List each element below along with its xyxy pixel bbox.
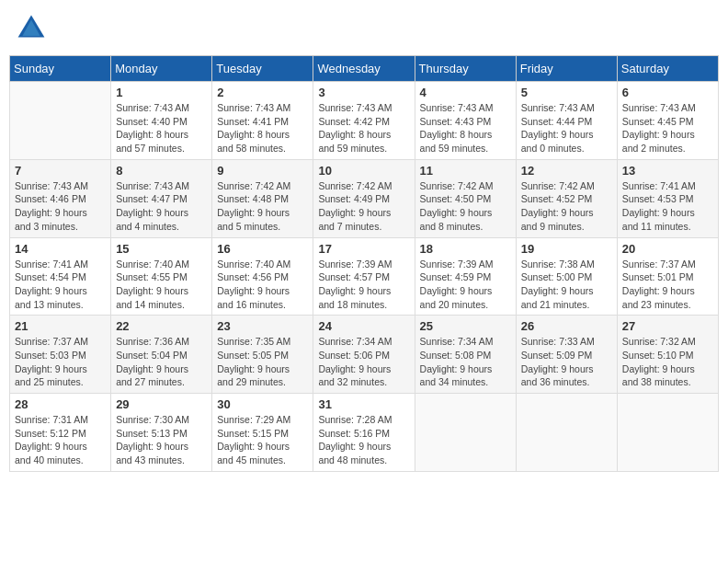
day-number: 15 (116, 242, 207, 256)
day-detail: Sunrise: 7:42 AMSunset: 4:48 PMDaylight:… (217, 179, 308, 234)
day-detail: Sunrise: 7:42 AMSunset: 4:50 PMDaylight:… (420, 179, 511, 234)
calendar-day-cell: 13Sunrise: 7:41 AMSunset: 4:53 PMDayligh… (617, 159, 718, 237)
day-number: 20 (622, 242, 713, 256)
day-number: 27 (622, 319, 713, 333)
day-detail: Sunrise: 7:43 AMSunset: 4:43 PMDaylight:… (420, 101, 511, 155)
day-detail: Sunrise: 7:40 AMSunset: 4:56 PMDaylight:… (217, 258, 308, 312)
logo-icon (17, 14, 46, 43)
day-detail: Sunrise: 7:43 AMSunset: 4:45 PMDaylight:… (622, 101, 713, 155)
day-number: 25 (420, 319, 511, 333)
day-number: 9 (217, 164, 308, 178)
day-detail: Sunrise: 7:32 AMSunset: 5:10 PMDaylight:… (622, 335, 713, 389)
weekday-header-friday: Friday (516, 56, 617, 82)
day-detail: Sunrise: 7:43 AMSunset: 4:42 PMDaylight:… (318, 101, 409, 155)
day-number: 21 (15, 319, 106, 333)
day-detail: Sunrise: 7:39 AMSunset: 4:57 PMDaylight:… (318, 258, 409, 312)
day-number: 24 (318, 319, 409, 333)
day-number: 28 (15, 397, 106, 411)
day-detail: Sunrise: 7:38 AMSunset: 5:00 PMDaylight:… (521, 258, 612, 312)
day-detail: Sunrise: 7:35 AMSunset: 5:05 PMDaylight:… (217, 335, 308, 389)
weekday-header-row: SundayMondayTuesdayWednesdayThursdayFrid… (10, 56, 719, 82)
day-number: 17 (318, 242, 409, 256)
day-number: 3 (318, 86, 409, 99)
day-detail: Sunrise: 7:37 AMSunset: 5:01 PMDaylight:… (622, 258, 713, 312)
day-detail: Sunrise: 7:43 AMSunset: 4:44 PMDaylight:… (521, 101, 612, 155)
day-number: 4 (420, 86, 511, 99)
weekday-header-thursday: Thursday (415, 56, 516, 82)
day-detail: Sunrise: 7:43 AMSunset: 4:46 PMDaylight:… (15, 179, 106, 234)
calendar-day-cell: 14Sunrise: 7:41 AMSunset: 4:54 PMDayligh… (10, 237, 111, 316)
calendar-day-cell: 23Sunrise: 7:35 AMSunset: 5:05 PMDayligh… (212, 316, 313, 394)
day-detail: Sunrise: 7:43 AMSunset: 4:40 PMDaylight:… (116, 101, 207, 155)
day-number: 7 (15, 164, 106, 178)
weekday-header-wednesday: Wednesday (313, 56, 415, 82)
calendar-day-cell: 24Sunrise: 7:34 AMSunset: 5:06 PMDayligh… (313, 316, 415, 394)
day-detail: Sunrise: 7:34 AMSunset: 5:08 PMDaylight:… (420, 335, 511, 389)
calendar-week-row: 21Sunrise: 7:37 AMSunset: 5:03 PMDayligh… (10, 316, 719, 394)
day-number: 11 (420, 164, 511, 178)
day-number: 31 (318, 397, 409, 411)
calendar-day-cell (617, 394, 718, 472)
day-number: 30 (217, 397, 308, 411)
day-number: 29 (116, 397, 207, 411)
calendar-day-cell: 19Sunrise: 7:38 AMSunset: 5:00 PMDayligh… (516, 237, 617, 316)
day-detail: Sunrise: 7:39 AMSunset: 4:59 PMDaylight:… (420, 258, 511, 312)
calendar-day-cell: 28Sunrise: 7:31 AMSunset: 5:12 PMDayligh… (10, 394, 111, 472)
day-detail: Sunrise: 7:31 AMSunset: 5:12 PMDaylight:… (15, 413, 106, 467)
day-number: 13 (622, 164, 713, 178)
day-detail: Sunrise: 7:37 AMSunset: 5:03 PMDaylight:… (15, 335, 106, 389)
calendar-table: SundayMondayTuesdayWednesdayThursdayFrid… (9, 55, 719, 472)
day-number: 8 (116, 164, 207, 178)
calendar-day-cell: 8Sunrise: 7:43 AMSunset: 4:47 PMDaylight… (111, 159, 212, 237)
day-number: 2 (217, 86, 308, 99)
day-detail: Sunrise: 7:42 AMSunset: 4:49 PMDaylight:… (318, 179, 409, 234)
calendar-day-cell: 26Sunrise: 7:33 AMSunset: 5:09 PMDayligh… (516, 316, 617, 394)
day-number: 16 (217, 242, 308, 256)
calendar-day-cell: 9Sunrise: 7:42 AMSunset: 4:48 PMDaylight… (212, 159, 313, 237)
day-detail: Sunrise: 7:28 AMSunset: 5:16 PMDaylight:… (318, 413, 409, 467)
weekday-header-monday: Monday (111, 56, 212, 82)
calendar-day-cell: 7Sunrise: 7:43 AMSunset: 4:46 PMDaylight… (10, 159, 111, 237)
day-number: 1 (116, 86, 207, 99)
logo (17, 14, 50, 43)
calendar-day-cell: 30Sunrise: 7:29 AMSunset: 5:15 PMDayligh… (212, 394, 313, 472)
weekday-header-saturday: Saturday (617, 56, 718, 82)
day-number: 10 (318, 164, 409, 178)
calendar-day-cell: 12Sunrise: 7:42 AMSunset: 4:52 PMDayligh… (516, 159, 617, 237)
page-header (9, 9, 719, 48)
day-detail: Sunrise: 7:40 AMSunset: 4:55 PMDaylight:… (116, 258, 207, 312)
calendar-day-cell: 16Sunrise: 7:40 AMSunset: 4:56 PMDayligh… (212, 237, 313, 316)
day-detail: Sunrise: 7:43 AMSunset: 4:41 PMDaylight:… (217, 101, 308, 155)
calendar-day-cell: 2Sunrise: 7:43 AMSunset: 4:41 PMDaylight… (212, 82, 313, 160)
day-number: 26 (521, 319, 612, 333)
day-detail: Sunrise: 7:42 AMSunset: 4:52 PMDaylight:… (521, 179, 612, 234)
day-number: 12 (521, 164, 612, 178)
calendar-week-row: 14Sunrise: 7:41 AMSunset: 4:54 PMDayligh… (10, 237, 719, 316)
day-detail: Sunrise: 7:29 AMSunset: 5:15 PMDaylight:… (217, 413, 308, 467)
calendar-week-row: 28Sunrise: 7:31 AMSunset: 5:12 PMDayligh… (10, 394, 719, 472)
calendar-day-cell: 27Sunrise: 7:32 AMSunset: 5:10 PMDayligh… (617, 316, 718, 394)
day-detail: Sunrise: 7:34 AMSunset: 5:06 PMDaylight:… (318, 335, 409, 389)
day-number: 22 (116, 319, 207, 333)
day-detail: Sunrise: 7:36 AMSunset: 5:04 PMDaylight:… (116, 335, 207, 389)
calendar-day-cell: 29Sunrise: 7:30 AMSunset: 5:13 PMDayligh… (111, 394, 212, 472)
day-detail: Sunrise: 7:43 AMSunset: 4:47 PMDaylight:… (116, 179, 207, 234)
calendar-day-cell: 15Sunrise: 7:40 AMSunset: 4:55 PMDayligh… (111, 237, 212, 316)
calendar-day-cell: 5Sunrise: 7:43 AMSunset: 4:44 PMDaylight… (516, 82, 617, 160)
calendar-day-cell: 6Sunrise: 7:43 AMSunset: 4:45 PMDaylight… (617, 82, 718, 160)
day-number: 14 (15, 242, 106, 256)
calendar-day-cell: 11Sunrise: 7:42 AMSunset: 4:50 PMDayligh… (415, 159, 516, 237)
weekday-header-tuesday: Tuesday (212, 56, 313, 82)
calendar-day-cell (415, 394, 516, 472)
day-detail: Sunrise: 7:33 AMSunset: 5:09 PMDaylight:… (521, 335, 612, 389)
calendar-day-cell: 10Sunrise: 7:42 AMSunset: 4:49 PMDayligh… (313, 159, 415, 237)
day-number: 19 (521, 242, 612, 256)
calendar-day-cell (10, 82, 111, 160)
calendar-day-cell: 20Sunrise: 7:37 AMSunset: 5:01 PMDayligh… (617, 237, 718, 316)
day-detail: Sunrise: 7:30 AMSunset: 5:13 PMDaylight:… (116, 413, 207, 467)
calendar-day-cell: 17Sunrise: 7:39 AMSunset: 4:57 PMDayligh… (313, 237, 415, 316)
calendar-day-cell: 25Sunrise: 7:34 AMSunset: 5:08 PMDayligh… (415, 316, 516, 394)
day-detail: Sunrise: 7:41 AMSunset: 4:54 PMDaylight:… (15, 258, 106, 312)
day-number: 5 (521, 86, 612, 99)
calendar-day-cell: 21Sunrise: 7:37 AMSunset: 5:03 PMDayligh… (10, 316, 111, 394)
